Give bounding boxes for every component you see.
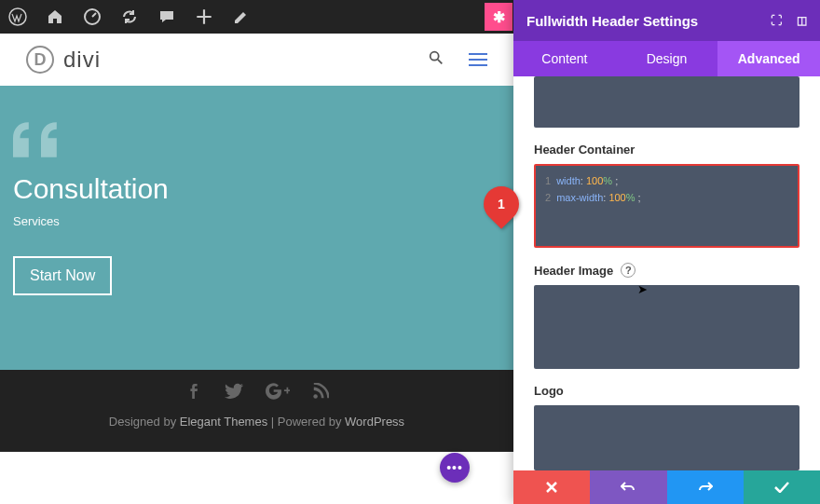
tab-design[interactable]: Design <box>616 41 718 76</box>
footer-sep: | <box>267 415 278 429</box>
hero-title: Consultation <box>13 173 500 205</box>
facebook-icon[interactable] <box>185 383 202 403</box>
menu-icon[interactable] <box>469 49 487 70</box>
redo-button[interactable] <box>667 470 744 504</box>
home-icon[interactable] <box>45 7 65 27</box>
builder-fab[interactable]: ••• <box>440 453 470 483</box>
page-preview: D divi Consultation Services Start Now D… <box>0 34 513 504</box>
refresh-icon[interactable] <box>119 7 140 27</box>
site-header: D divi <box>0 34 513 86</box>
dashboard-icon[interactable] <box>82 7 102 27</box>
line-number: 1 <box>545 175 551 186</box>
css-unit: % <box>626 192 636 203</box>
css-prop: width <box>556 175 581 186</box>
fullwidth-header: Consultation Services Start Now <box>0 86 513 370</box>
css-val: 100 <box>586 175 603 186</box>
wordpress-link[interactable]: WordPress <box>345 415 404 429</box>
css-unit: % <box>603 175 612 186</box>
field-label-logo: Logo <box>534 384 800 398</box>
expand-icon[interactable]: ⛶ <box>771 14 782 27</box>
tab-advanced[interactable]: Advanced <box>718 41 820 76</box>
panel-actions <box>513 470 820 504</box>
footer-text: Designed by <box>109 415 180 429</box>
svg-point-2 <box>430 52 439 61</box>
quote-icon <box>13 121 500 158</box>
svg-point-0 <box>9 8 26 25</box>
discard-button[interactable] <box>513 470 590 504</box>
add-icon[interactable] <box>194 7 214 27</box>
help-icon[interactable]: ? <box>621 263 636 278</box>
logo-code-editor[interactable] <box>534 405 800 470</box>
footer-text: Powered by <box>278 415 345 429</box>
panel-title: Fullwidth Header Settings <box>526 13 698 29</box>
undo-button[interactable] <box>590 470 666 504</box>
tab-content[interactable]: Content <box>513 41 616 76</box>
site-logo[interactable]: D divi <box>26 46 101 74</box>
code-editor[interactable] <box>534 76 800 128</box>
google-plus-icon[interactable] <box>266 383 290 403</box>
wordpress-icon[interactable] <box>7 7 28 27</box>
twitter-icon[interactable] <box>225 383 243 403</box>
panel-body: Header Container 1width: 100% ; 2max-wid… <box>513 76 820 470</box>
field-label-header-container: Header Container <box>534 143 800 157</box>
css-prop: max-width <box>556 192 603 203</box>
site-footer: Designed by Elegant Themes | Powered by … <box>0 370 513 452</box>
hero-subtitle: Services <box>13 214 500 228</box>
panel-tabs: Content Design Advanced <box>513 41 820 76</box>
label-text: Header Image <box>534 264 613 278</box>
css-val: 100 <box>608 192 625 203</box>
logo-text: divi <box>63 47 101 73</box>
panel-header: Fullwidth Header Settings ⛶ ◫ <box>513 0 820 41</box>
line-number: 2 <box>545 192 551 203</box>
cursor-icon: ➤ <box>637 282 648 296</box>
field-label-header-image: Header Image ? <box>534 263 800 278</box>
edit-icon[interactable] <box>231 7 252 27</box>
logo-mark: D <box>26 46 54 74</box>
header-image-code-editor[interactable] <box>534 285 800 369</box>
footer-credits: Designed by Elegant Themes | Powered by … <box>0 415 513 429</box>
svg-point-3 <box>313 394 318 399</box>
comment-icon[interactable] <box>157 7 177 27</box>
search-icon[interactable] <box>428 49 444 70</box>
save-button[interactable] <box>744 470 820 504</box>
snap-icon[interactable]: ◫ <box>797 14 807 27</box>
header-container-code-editor[interactable]: 1width: 100% ; 2max-width: 100% ; <box>534 164 800 248</box>
rss-icon[interactable] <box>312 383 329 403</box>
elegant-themes-link[interactable]: Elegant Themes <box>180 415 267 429</box>
social-icons <box>0 383 513 403</box>
unsaved-indicator[interactable]: ✱ <box>485 3 512 31</box>
settings-panel: Fullwidth Header Settings ⛶ ◫ Content De… <box>513 0 820 504</box>
start-now-button[interactable]: Start Now <box>13 256 112 295</box>
